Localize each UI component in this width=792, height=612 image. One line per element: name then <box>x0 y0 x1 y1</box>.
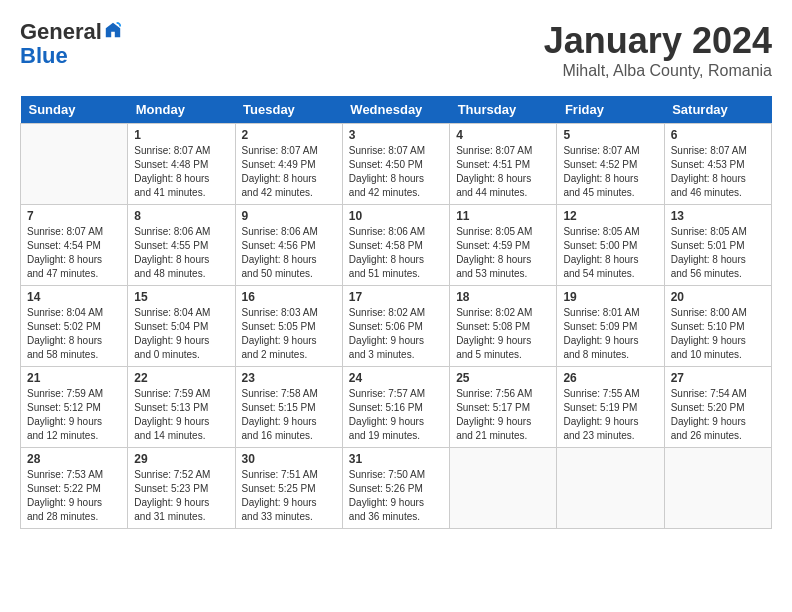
day-number: 30 <box>242 452 336 466</box>
day-info: Sunrise: 8:02 AMSunset: 5:08 PMDaylight:… <box>456 306 550 362</box>
day-number: 10 <box>349 209 443 223</box>
weekday-header-thursday: Thursday <box>450 96 557 124</box>
logo-blue: Blue <box>20 43 68 68</box>
day-number: 26 <box>563 371 657 385</box>
day-number: 16 <box>242 290 336 304</box>
calendar-cell: 8Sunrise: 8:06 AMSunset: 4:55 PMDaylight… <box>128 205 235 286</box>
calendar-cell: 20Sunrise: 8:00 AMSunset: 5:10 PMDayligh… <box>664 286 771 367</box>
calendar-week-2: 7Sunrise: 8:07 AMSunset: 4:54 PMDaylight… <box>21 205 772 286</box>
calendar-cell: 24Sunrise: 7:57 AMSunset: 5:16 PMDayligh… <box>342 367 449 448</box>
calendar-cell: 28Sunrise: 7:53 AMSunset: 5:22 PMDayligh… <box>21 448 128 529</box>
day-number: 28 <box>27 452 121 466</box>
weekday-header-friday: Friday <box>557 96 664 124</box>
day-info: Sunrise: 7:58 AMSunset: 5:15 PMDaylight:… <box>242 387 336 443</box>
day-info: Sunrise: 8:05 AMSunset: 5:00 PMDaylight:… <box>563 225 657 281</box>
day-number: 21 <box>27 371 121 385</box>
calendar-table: SundayMondayTuesdayWednesdayThursdayFrid… <box>20 96 772 529</box>
weekday-header-tuesday: Tuesday <box>235 96 342 124</box>
logo-general: General <box>20 19 102 44</box>
day-info: Sunrise: 8:04 AMSunset: 5:04 PMDaylight:… <box>134 306 228 362</box>
calendar-cell: 14Sunrise: 8:04 AMSunset: 5:02 PMDayligh… <box>21 286 128 367</box>
calendar-week-1: 1Sunrise: 8:07 AMSunset: 4:48 PMDaylight… <box>21 124 772 205</box>
calendar-cell: 26Sunrise: 7:55 AMSunset: 5:19 PMDayligh… <box>557 367 664 448</box>
day-info: Sunrise: 8:07 AMSunset: 4:48 PMDaylight:… <box>134 144 228 200</box>
day-info: Sunrise: 8:05 AMSunset: 5:01 PMDaylight:… <box>671 225 765 281</box>
day-info: Sunrise: 7:50 AMSunset: 5:26 PMDaylight:… <box>349 468 443 524</box>
day-number: 9 <box>242 209 336 223</box>
calendar-week-4: 21Sunrise: 7:59 AMSunset: 5:12 PMDayligh… <box>21 367 772 448</box>
calendar-cell: 6Sunrise: 8:07 AMSunset: 4:53 PMDaylight… <box>664 124 771 205</box>
day-number: 19 <box>563 290 657 304</box>
logo-icon <box>104 21 122 39</box>
day-info: Sunrise: 8:00 AMSunset: 5:10 PMDaylight:… <box>671 306 765 362</box>
day-number: 29 <box>134 452 228 466</box>
day-number: 27 <box>671 371 765 385</box>
day-info: Sunrise: 7:54 AMSunset: 5:20 PMDaylight:… <box>671 387 765 443</box>
calendar-cell: 7Sunrise: 8:07 AMSunset: 4:54 PMDaylight… <box>21 205 128 286</box>
day-info: Sunrise: 8:02 AMSunset: 5:06 PMDaylight:… <box>349 306 443 362</box>
day-info: Sunrise: 7:53 AMSunset: 5:22 PMDaylight:… <box>27 468 121 524</box>
day-info: Sunrise: 8:04 AMSunset: 5:02 PMDaylight:… <box>27 306 121 362</box>
day-number: 8 <box>134 209 228 223</box>
logo: General Blue <box>20 20 122 68</box>
day-info: Sunrise: 8:06 AMSunset: 4:56 PMDaylight:… <box>242 225 336 281</box>
calendar-cell <box>557 448 664 529</box>
calendar-cell: 27Sunrise: 7:54 AMSunset: 5:20 PMDayligh… <box>664 367 771 448</box>
page-header: General Blue January 2024 Mihalt, Alba C… <box>20 20 772 80</box>
day-number: 15 <box>134 290 228 304</box>
day-info: Sunrise: 8:06 AMSunset: 4:58 PMDaylight:… <box>349 225 443 281</box>
calendar-cell: 22Sunrise: 7:59 AMSunset: 5:13 PMDayligh… <box>128 367 235 448</box>
calendar-cell: 15Sunrise: 8:04 AMSunset: 5:04 PMDayligh… <box>128 286 235 367</box>
day-number: 22 <box>134 371 228 385</box>
calendar-cell: 29Sunrise: 7:52 AMSunset: 5:23 PMDayligh… <box>128 448 235 529</box>
calendar-cell: 21Sunrise: 7:59 AMSunset: 5:12 PMDayligh… <box>21 367 128 448</box>
day-number: 23 <box>242 371 336 385</box>
day-info: Sunrise: 7:59 AMSunset: 5:12 PMDaylight:… <box>27 387 121 443</box>
location-title: Mihalt, Alba County, Romania <box>544 62 772 80</box>
weekday-header-row: SundayMondayTuesdayWednesdayThursdayFrid… <box>21 96 772 124</box>
day-number: 25 <box>456 371 550 385</box>
day-info: Sunrise: 8:05 AMSunset: 4:59 PMDaylight:… <box>456 225 550 281</box>
logo-text: General Blue <box>20 20 122 68</box>
day-number: 1 <box>134 128 228 142</box>
calendar-cell: 10Sunrise: 8:06 AMSunset: 4:58 PMDayligh… <box>342 205 449 286</box>
day-number: 13 <box>671 209 765 223</box>
calendar-cell <box>664 448 771 529</box>
day-info: Sunrise: 7:57 AMSunset: 5:16 PMDaylight:… <box>349 387 443 443</box>
weekday-header-saturday: Saturday <box>664 96 771 124</box>
day-number: 24 <box>349 371 443 385</box>
day-number: 3 <box>349 128 443 142</box>
calendar-cell: 5Sunrise: 8:07 AMSunset: 4:52 PMDaylight… <box>557 124 664 205</box>
calendar-cell <box>450 448 557 529</box>
day-info: Sunrise: 7:59 AMSunset: 5:13 PMDaylight:… <box>134 387 228 443</box>
calendar-cell: 31Sunrise: 7:50 AMSunset: 5:26 PMDayligh… <box>342 448 449 529</box>
day-number: 6 <box>671 128 765 142</box>
calendar-cell: 1Sunrise: 8:07 AMSunset: 4:48 PMDaylight… <box>128 124 235 205</box>
calendar-cell: 16Sunrise: 8:03 AMSunset: 5:05 PMDayligh… <box>235 286 342 367</box>
calendar-cell: 12Sunrise: 8:05 AMSunset: 5:00 PMDayligh… <box>557 205 664 286</box>
weekday-header-monday: Monday <box>128 96 235 124</box>
day-number: 12 <box>563 209 657 223</box>
calendar-week-3: 14Sunrise: 8:04 AMSunset: 5:02 PMDayligh… <box>21 286 772 367</box>
day-info: Sunrise: 8:01 AMSunset: 5:09 PMDaylight:… <box>563 306 657 362</box>
day-number: 20 <box>671 290 765 304</box>
calendar-cell <box>21 124 128 205</box>
day-info: Sunrise: 8:03 AMSunset: 5:05 PMDaylight:… <box>242 306 336 362</box>
calendar-cell: 30Sunrise: 7:51 AMSunset: 5:25 PMDayligh… <box>235 448 342 529</box>
day-number: 11 <box>456 209 550 223</box>
weekday-header-sunday: Sunday <box>21 96 128 124</box>
title-block: January 2024 Mihalt, Alba County, Romani… <box>544 20 772 80</box>
calendar-cell: 4Sunrise: 8:07 AMSunset: 4:51 PMDaylight… <box>450 124 557 205</box>
calendar-cell: 3Sunrise: 8:07 AMSunset: 4:50 PMDaylight… <box>342 124 449 205</box>
day-number: 4 <box>456 128 550 142</box>
day-number: 7 <box>27 209 121 223</box>
calendar-cell: 2Sunrise: 8:07 AMSunset: 4:49 PMDaylight… <box>235 124 342 205</box>
weekday-header-wednesday: Wednesday <box>342 96 449 124</box>
day-info: Sunrise: 8:07 AMSunset: 4:54 PMDaylight:… <box>27 225 121 281</box>
day-number: 31 <box>349 452 443 466</box>
day-info: Sunrise: 8:07 AMSunset: 4:50 PMDaylight:… <box>349 144 443 200</box>
day-info: Sunrise: 7:55 AMSunset: 5:19 PMDaylight:… <box>563 387 657 443</box>
day-number: 14 <box>27 290 121 304</box>
calendar-cell: 25Sunrise: 7:56 AMSunset: 5:17 PMDayligh… <box>450 367 557 448</box>
calendar-cell: 11Sunrise: 8:05 AMSunset: 4:59 PMDayligh… <box>450 205 557 286</box>
